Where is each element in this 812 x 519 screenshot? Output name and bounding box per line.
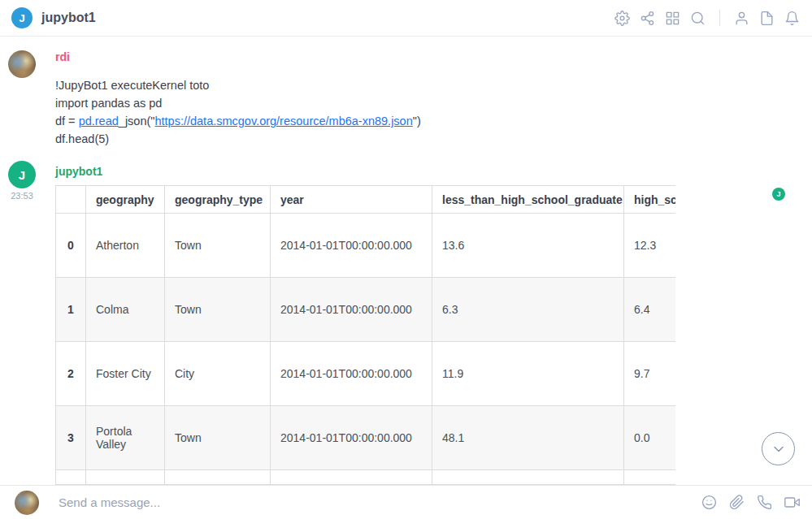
cell-geography: Atherton <box>86 214 165 278</box>
link-pd-read[interactable]: pd.read <box>79 115 119 128</box>
jump-to-bottom-button[interactable] <box>762 432 795 465</box>
cell-year <box>271 470 432 485</box>
chevron-down-icon <box>771 441 787 457</box>
audio-call-phone-icon[interactable] <box>756 494 773 511</box>
dataframe-table-container[interactable]: geography geography_type year less_than_… <box>55 185 675 485</box>
cell-index: 1 <box>56 278 86 342</box>
channel-header: J jupybot1 <box>0 0 812 37</box>
cell-index <box>56 470 86 485</box>
current-user-avatar <box>15 491 39 515</box>
cell-high-school: 12.3 <box>624 214 676 278</box>
cell-geography: Foster City <box>86 342 165 406</box>
cell-geography-type <box>165 470 271 485</box>
cell-geography-type: Town <box>165 406 271 470</box>
cell-geography-type: Town <box>165 278 271 342</box>
cell-high-school: 0.0 <box>624 406 676 470</box>
username-jupybot1[interactable]: jupybot1 <box>55 165 102 178</box>
cell-index: 3 <box>56 406 86 470</box>
cell-geography <box>86 470 165 485</box>
search-icon[interactable] <box>689 10 706 27</box>
cell-less-than-hs: 13.6 <box>432 214 624 278</box>
video-call-camera-icon[interactable] <box>784 494 801 511</box>
column-header-year: year <box>271 186 432 214</box>
table-row: 0 Atherton Town 2014-01-01T00:00:00.000 … <box>56 214 676 278</box>
files-document-icon[interactable] <box>758 10 775 27</box>
share-icon[interactable] <box>639 10 656 27</box>
notifications-bell-icon[interactable] <box>784 10 801 27</box>
bot-avatar-jupybot1[interactable]: J <box>8 161 36 188</box>
cell-less-than-hs <box>432 470 624 485</box>
cell-index: 0 <box>56 214 86 278</box>
table-row: 1 Colma Town 2014-01-01T00:00:00.000 6.3… <box>56 278 676 342</box>
unread-jump-badge[interactable]: J <box>772 188 785 201</box>
column-header-geography-type: geography_type <box>165 186 271 214</box>
link-data-url[interactable]: https://data.smcgov.org/resource/mb6a-xn… <box>154 115 412 128</box>
cell-year: 2014-01-01T00:00:00.000 <box>271 214 432 278</box>
emoji-smiley-icon[interactable] <box>701 494 718 511</box>
cell-geography-type: City <box>165 342 271 406</box>
cell-year: 2014-01-01T00:00:00.000 <box>271 342 432 406</box>
message-timestamp: 23:53 <box>7 191 37 201</box>
message-line: !JupyBot1 executeKernel toto <box>55 76 421 94</box>
cell-less-than-hs: 6.3 <box>432 278 624 342</box>
members-user-icon[interactable] <box>733 10 750 27</box>
dataframe-table: geography geography_type year less_than_… <box>55 185 675 485</box>
table-row-partial <box>56 470 676 485</box>
column-header-less-than-hs: less_than_high_school_graduate <box>432 186 624 214</box>
column-header-geography: geography <box>86 186 165 214</box>
code-text: _json(" <box>119 115 155 128</box>
message-line: df.head(5) <box>55 130 421 148</box>
user-avatar-rdi[interactable] <box>8 50 36 78</box>
code-text: ") <box>413 115 421 128</box>
code-text: df = <box>55 115 79 128</box>
cell-less-than-hs: 11.9 <box>432 342 624 406</box>
message-input[interactable] <box>59 495 701 509</box>
cell-geography: Portola Valley <box>86 406 165 470</box>
table-header-row: geography geography_type year less_than_… <box>56 186 676 214</box>
cell-geography-type: Town <box>165 214 271 278</box>
message-line: import pandas as pd <box>55 94 421 112</box>
channel-title: jupybot1 <box>41 11 96 25</box>
username-rdi[interactable]: rdi <box>55 50 70 63</box>
table-row: 2 Foster City City 2014-01-01T00:00:00.0… <box>56 342 676 406</box>
header-divider <box>719 10 720 26</box>
cell-high-school: 6.4 <box>624 278 676 342</box>
message-rdi-body: !JupyBot1 executeKernel toto import pand… <box>55 76 421 148</box>
column-header-high-school: high_school_graduate <box>624 186 676 214</box>
apps-grid-icon[interactable] <box>664 10 681 27</box>
composer-actions <box>701 494 801 511</box>
settings-gear-icon[interactable] <box>614 10 631 27</box>
attachment-paperclip-icon[interactable] <box>728 494 745 511</box>
header-actions <box>614 10 801 27</box>
cell-high-school <box>624 470 676 485</box>
cell-high-school: 9.7 <box>624 342 676 406</box>
cell-year: 2014-01-01T00:00:00.000 <box>271 406 432 470</box>
chat-app-window: J jupybot1 <box>0 0 812 519</box>
cell-year: 2014-01-01T00:00:00.000 <box>271 278 432 342</box>
message-line: df = pd.read_json("https://data.smcgov.o… <box>55 112 421 130</box>
message-composer <box>0 485 812 519</box>
cell-geography: Colma <box>86 278 165 342</box>
table-row: 3 Portola Valley Town 2014-01-01T00:00:0… <box>56 406 676 470</box>
column-header-index <box>56 186 86 214</box>
cell-index: 2 <box>56 342 86 406</box>
channel-avatar[interactable]: J <box>11 7 33 28</box>
message-list: rdi !JupyBot1 executeKernel toto import … <box>0 37 812 485</box>
cell-less-than-hs: 48.1 <box>432 406 624 470</box>
